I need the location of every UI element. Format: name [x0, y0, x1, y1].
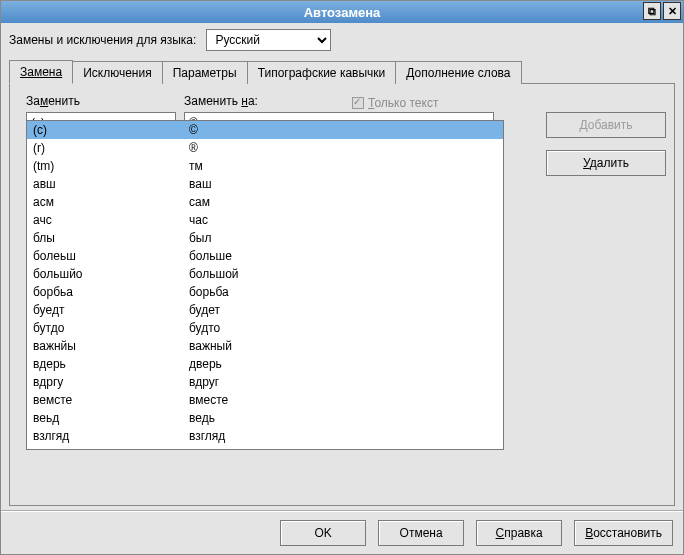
list-item-to: ©	[189, 123, 497, 137]
titlebar: Автозамена ⧉ ✕	[1, 1, 683, 23]
list-item-to: ведь	[189, 411, 497, 425]
list-item[interactable]: взлгядвзгляд	[27, 427, 503, 445]
tab-exceptions[interactable]: Исключения	[72, 61, 163, 84]
list-item-from: асм	[33, 195, 189, 209]
reset-button[interactable]: Восстановить	[574, 520, 673, 546]
list-item-to: сам	[189, 195, 497, 209]
list-item[interactable]: бутдобудто	[27, 319, 503, 337]
list-item-from: борбьа	[33, 285, 189, 299]
list-item-to: час	[189, 213, 497, 227]
list-item-to: взгляд	[189, 429, 497, 443]
list-item-to: борьба	[189, 285, 497, 299]
list-item[interactable]: вдерьдверь	[27, 355, 503, 373]
dialog-window: Автозамена ⧉ ✕ Замены и исключения для я…	[0, 0, 684, 555]
restore-icon[interactable]: ⧉	[643, 2, 661, 20]
list-item-to: ваш	[189, 177, 497, 191]
tab-replace[interactable]: Замена	[9, 60, 73, 84]
list-item-from: ачс	[33, 213, 189, 227]
close-icon[interactable]: ✕	[663, 2, 681, 20]
list-item[interactable]: борбьаборьба	[27, 283, 503, 301]
list-item-to: тм	[189, 159, 497, 173]
side-buttons: Добавить Удалить	[546, 112, 666, 176]
list-item[interactable]: блыбыл	[27, 229, 503, 247]
footer: OK Отмена Справка Восстановить	[1, 510, 683, 554]
list-item[interactable]: (c)©	[27, 121, 503, 139]
list-item-to: будет	[189, 303, 497, 317]
list-item-to: ®	[189, 141, 497, 155]
list-item-from: буедт	[33, 303, 189, 317]
list-item[interactable]: (r)®	[27, 139, 503, 157]
list-item[interactable]: ачсчас	[27, 211, 503, 229]
list-item-from: важнйы	[33, 339, 189, 353]
list-item-from: авш	[33, 177, 189, 191]
list-item[interactable]: (tm)тм	[27, 157, 503, 175]
list-item[interactable]: асмсам	[27, 193, 503, 211]
content-area: Замены и исключения для языка: Русский З…	[1, 23, 683, 510]
list-item-from: (tm)	[33, 159, 189, 173]
list-item[interactable]: буедтбудет	[27, 301, 503, 319]
tab-bar: Замена Исключения Параметры Типографские…	[9, 59, 675, 83]
replacement-list[interactable]: (c)©(r)®(tm)тмавшвашасмсамачсчасблыбылбо…	[26, 120, 504, 450]
list-item-from: вемсте	[33, 393, 189, 407]
cancel-button[interactable]: Отмена	[378, 520, 464, 546]
titlebar-buttons: ⧉ ✕	[643, 2, 681, 20]
list-item[interactable]: большйобольшой	[27, 265, 503, 283]
list-item-to: будто	[189, 321, 497, 335]
list-item-from: (r)	[33, 141, 189, 155]
checkbox-icon	[352, 97, 364, 109]
list-item[interactable]: вемстевместе	[27, 391, 503, 409]
text-only-checkbox: Только текст	[352, 94, 538, 110]
add-button: Добавить	[546, 112, 666, 138]
tab-panel: Заменить Заменить на: Только текст Добав…	[9, 83, 675, 506]
list-item-from: взлгяд	[33, 429, 189, 443]
list-item-from: вдргу	[33, 375, 189, 389]
replace-label: Заменить	[26, 94, 176, 108]
list-item[interactable]: важнйыважный	[27, 337, 503, 355]
tab-word-completion[interactable]: Дополнение слова	[395, 61, 521, 84]
list-item-from: большйо	[33, 267, 189, 281]
list-item-from: вдерь	[33, 357, 189, 371]
language-row: Замены и исключения для языка: Русский	[9, 29, 675, 51]
list-item-to: дверь	[189, 357, 497, 371]
list-item-from: блы	[33, 231, 189, 245]
list-item-to: большой	[189, 267, 497, 281]
list-item[interactable]: вдргувдруг	[27, 373, 503, 391]
list-item[interactable]: болеьшбольше	[27, 247, 503, 265]
list-item-to: больше	[189, 249, 497, 263]
list-item-to: взять	[189, 447, 497, 449]
text-only-label: олько текст	[374, 96, 438, 110]
list-item-to: важный	[189, 339, 497, 353]
list-item[interactable]: веьдведь	[27, 409, 503, 427]
list-item-from: взьт	[33, 447, 189, 449]
tab-options[interactable]: Параметры	[162, 61, 248, 84]
ok-button[interactable]: OK	[280, 520, 366, 546]
window-title: Автозамена	[1, 5, 683, 20]
list-item-to: был	[189, 231, 497, 245]
list-item-from: (c)	[33, 123, 189, 137]
list-item[interactable]: авшваш	[27, 175, 503, 193]
delete-button[interactable]: Удалить	[546, 150, 666, 176]
list-item-to: вместе	[189, 393, 497, 407]
tab-quotes[interactable]: Типографские кавычки	[247, 61, 397, 84]
list-item[interactable]: взьтвзять	[27, 445, 503, 449]
language-select[interactable]: Русский	[206, 29, 331, 51]
list-item-to: вдруг	[189, 375, 497, 389]
list-item-from: веьд	[33, 411, 189, 425]
list-item-from: бутдо	[33, 321, 189, 335]
language-label: Замены и исключения для языка:	[9, 33, 196, 47]
list-item-from: болеьш	[33, 249, 189, 263]
help-button[interactable]: Справка	[476, 520, 562, 546]
